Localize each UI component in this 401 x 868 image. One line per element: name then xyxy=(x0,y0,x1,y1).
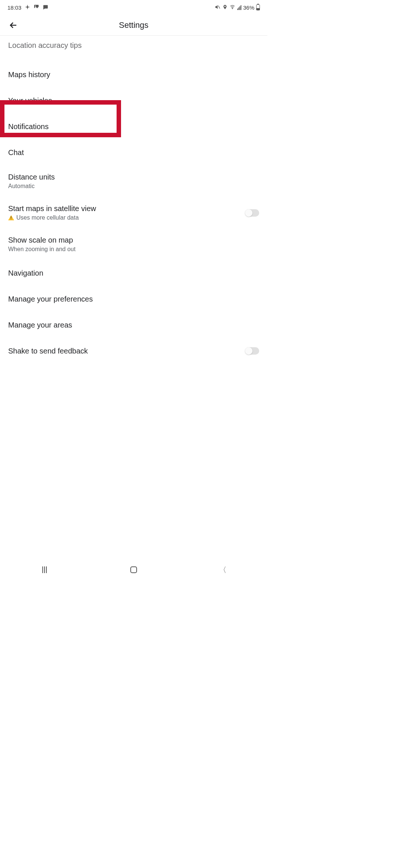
item-title: Chat xyxy=(8,148,259,157)
back-chevron-icon: 〈 xyxy=(219,565,226,575)
wifi-icon xyxy=(229,4,235,11)
mute-vibrate-icon xyxy=(215,4,221,11)
back-button[interactable] xyxy=(6,18,21,33)
item-title: Start maps in satellite view xyxy=(8,204,245,213)
home-icon xyxy=(130,566,137,573)
warning-icon xyxy=(8,215,14,220)
item-subtitle: When zooming in and out xyxy=(8,246,259,253)
nav-recents-button[interactable] xyxy=(33,564,56,575)
settings-list: Location accuracy tips Maps history Your… xyxy=(0,36,267,364)
android-nav-bar: 〈 xyxy=(0,561,267,579)
settings-item-chat[interactable]: Chat xyxy=(0,139,267,165)
shake-feedback-toggle[interactable] xyxy=(245,347,259,355)
recents-icon xyxy=(42,566,47,573)
settings-item-satellite-view[interactable]: Start maps in satellite view Uses more c… xyxy=(0,197,267,228)
item-title: Your vehicles xyxy=(8,96,259,105)
settings-item-your-vehicles[interactable]: Your vehicles xyxy=(0,88,267,114)
item-subtitle: Automatic xyxy=(8,183,259,190)
status-bar: 18:03 36% xyxy=(0,0,267,15)
item-title: Show scale on map xyxy=(8,236,259,244)
settings-item-navigation[interactable]: Navigation xyxy=(0,260,267,286)
settings-item-location-tips[interactable]: Location accuracy tips xyxy=(0,36,267,62)
item-title: Notifications xyxy=(8,122,259,131)
nav-home-button[interactable] xyxy=(123,564,145,575)
battery-percent: 36% xyxy=(243,4,254,11)
svg-point-3 xyxy=(224,6,226,7)
svg-line-2 xyxy=(218,6,220,9)
status-right: 36% xyxy=(215,4,260,11)
svg-point-1 xyxy=(35,6,36,7)
nav-back-button[interactable]: 〈 xyxy=(212,564,234,575)
item-title: Location accuracy tips xyxy=(8,41,259,50)
signal-icon xyxy=(237,5,241,10)
page-title: Settings xyxy=(119,20,149,30)
item-title: Distance units xyxy=(8,173,259,181)
settings-item-shake-feedback[interactable]: Shake to send feedback xyxy=(0,338,267,364)
battery-icon xyxy=(256,4,260,10)
settings-item-manage-preferences[interactable]: Manage your preferences xyxy=(0,286,267,312)
header: Settings xyxy=(0,15,267,36)
item-title: Navigation xyxy=(8,269,259,277)
image-icon xyxy=(33,4,39,11)
item-subtitle: Uses more cellular data xyxy=(8,214,245,221)
settings-item-maps-history[interactable]: Maps history xyxy=(0,62,267,88)
status-time: 18:03 xyxy=(7,4,22,11)
item-title: Manage your preferences xyxy=(8,295,259,303)
item-title: Maps history xyxy=(8,70,259,79)
item-title: Manage your areas xyxy=(8,321,259,329)
settings-item-notifications[interactable]: Notifications xyxy=(0,114,267,139)
settings-item-show-scale[interactable]: Show scale on map When zooming in and ou… xyxy=(0,228,267,260)
status-left: 18:03 xyxy=(7,4,48,11)
satellite-view-toggle[interactable] xyxy=(245,209,259,217)
arrow-left-icon xyxy=(9,21,18,30)
chat-icon xyxy=(42,4,48,11)
svg-point-4 xyxy=(232,8,233,9)
settings-item-distance-units[interactable]: Distance units Automatic xyxy=(0,165,267,197)
item-title: Shake to send feedback xyxy=(8,347,245,355)
location-icon xyxy=(222,4,228,11)
pinwheel-icon xyxy=(25,4,30,11)
settings-item-manage-areas[interactable]: Manage your areas xyxy=(0,312,267,338)
